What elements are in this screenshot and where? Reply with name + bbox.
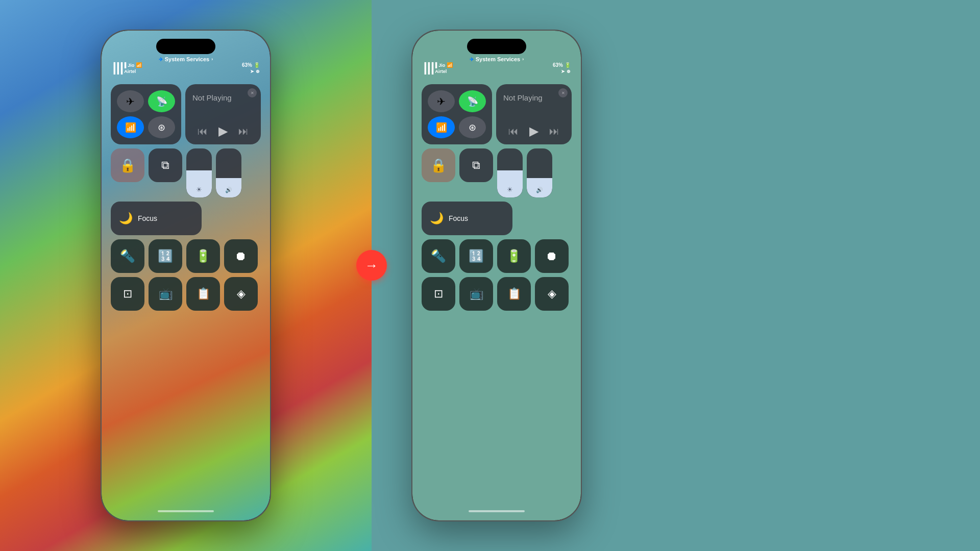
carrier1-right: Jio (438, 63, 445, 68)
wifi-btn-right[interactable]: 📶 (428, 116, 455, 138)
prev-btn-left[interactable]: ⏮ (198, 126, 208, 137)
battery-saver-btn-left[interactable]: 🔋 (186, 239, 220, 273)
control-center-left: ✈ 📡 📶 ⊛ ✕ Not Playing ⏮ ▶ ⏭ (111, 84, 261, 311)
moon-icon-left: 🌙 (119, 212, 133, 225)
screen-record-btn-right[interactable]: ⏺ (535, 239, 569, 273)
play-btn-left[interactable]: ▶ (218, 124, 228, 138)
signal-bars-r2: ▐▐▐ (423, 68, 433, 74)
bluetooth-btn-left[interactable]: ⊛ (148, 116, 175, 138)
carrier2-left: Airtel (124, 69, 136, 74)
not-playing-right: Not Playing (503, 93, 565, 102)
status-bar-right: ▐▐▐▐ Jio 📶 63% 🔋 ▐▐▐ Airtel ➤ ⊕ (423, 62, 571, 74)
connectivity-block-left: ✈ 📡 📶 ⊛ (111, 84, 181, 144)
chevron-right-icon-left: › (211, 57, 213, 62)
notes-btn-left[interactable]: 📋 (186, 277, 220, 311)
system-services-label-right: System Services (476, 56, 520, 62)
control-center-right: ✈ 📡 📶 ⊛ ✕ Not Playing ⏮ ▶ ⏭ (422, 84, 572, 311)
icon-row2-right: ⊡ 📺 📋 ◈ (422, 277, 572, 311)
location-status-right: ➤ ⊕ (561, 69, 571, 74)
carrier1-left: Jio (128, 63, 134, 68)
battery-pct-left: 63% (242, 62, 252, 68)
dynamic-island-right (467, 39, 526, 54)
prev-btn-right[interactable]: ⏮ (508, 126, 519, 137)
chevron-right-icon-right: › (522, 57, 524, 62)
focus-btn-left[interactable]: 🌙 Focus (111, 202, 202, 235)
screen-record-btn-left[interactable]: ⏺ (224, 239, 258, 273)
icon-row2-left: ⊡ 📺 📋 ◈ (111, 277, 261, 311)
media-block-right: ✕ Not Playing ⏮ ▶ ⏭ (496, 84, 572, 144)
flashlight-btn-left[interactable]: 🔦 (111, 239, 144, 273)
media-controls-right: ⏮ ▶ ⏭ (503, 124, 565, 138)
next-btn-right[interactable]: ⏭ (549, 126, 559, 137)
notes-btn-right[interactable]: 📋 (497, 277, 531, 311)
transform-arrow: → (356, 250, 387, 281)
status-bar-left: ▐▐▐▐ Jio 📶 63% 🔋 ▐▐▐ Airtel ➤ ⊕ (112, 62, 260, 74)
location-status-left: ➤ ⊕ (250, 69, 260, 74)
brightness-slider-right[interactable]: ☀ (497, 148, 523, 197)
scan-btn-right[interactable]: ⊡ (422, 277, 455, 311)
wifi-icon-right: 📶 (447, 62, 453, 68)
icon-row1-right: 🔦 🔢 🔋 ⏺ (422, 239, 572, 273)
flashlight-btn-right[interactable]: 🔦 (422, 239, 455, 273)
right-panel: ✈ System Services › ▐▐▐▐ Jio 📶 63% 🔋 ▐▐▐ (372, 0, 980, 551)
battery-icon-left: 🔋 (254, 62, 260, 68)
bluetooth-btn-right[interactable]: ⊛ (459, 116, 486, 138)
location-icon-right: ✈ (470, 57, 474, 62)
not-playing-left: Not Playing (192, 93, 254, 102)
screen-mirror-btn-left[interactable]: ⧉ (149, 148, 182, 182)
calculator-btn-right[interactable]: 🔢 (459, 239, 493, 273)
system-services-left[interactable]: ✈ System Services › (159, 56, 213, 62)
moon-icon-right: 🌙 (430, 212, 444, 225)
next-btn-left[interactable]: ⏭ (238, 126, 249, 137)
battery-saver-btn-right[interactable]: 🔋 (497, 239, 531, 273)
remote-btn-left[interactable]: 📺 (149, 277, 182, 311)
signal-bars-1: ▐▐▐▐ (112, 62, 126, 68)
media-close-right[interactable]: ✕ (558, 88, 568, 97)
battery-icon-right: 🔋 (565, 62, 571, 68)
focus-label-left: Focus (138, 214, 157, 222)
battery-pct-right: 63% (553, 62, 563, 68)
media-close-left[interactable]: ✕ (248, 88, 257, 97)
connectivity-block-right: ✈ 📡 📶 ⊛ (422, 84, 492, 144)
signal-bars-2: ▐▐▐ (112, 68, 122, 74)
scan-btn-left[interactable]: ⊡ (111, 277, 144, 311)
airplane-btn-left[interactable]: ✈ (117, 90, 144, 112)
media-controls-left: ⏮ ▶ ⏭ (192, 124, 254, 138)
lock-rotation-btn-right[interactable]: 🔒 (422, 148, 455, 182)
cellular-btn-left[interactable]: 📡 (148, 90, 175, 112)
location-icon-left: ✈ (159, 57, 163, 62)
media-block-left: ✕ Not Playing ⏮ ▶ ⏭ (185, 84, 261, 144)
carrier2-right: Airtel (435, 69, 447, 74)
brightness-slider-left[interactable]: ☀ (186, 148, 212, 197)
volume-slider-left[interactable]: 🔊 (216, 148, 241, 197)
phone-left: ✈ System Services › ▐▐▐▐ Jio 📶 63% 🔋 ▐▐▐ (102, 31, 270, 520)
screen-mirror-btn-right[interactable]: ⧉ (459, 148, 493, 182)
shazam-btn-left[interactable]: ◈ (224, 277, 258, 311)
icon-row1-left: 🔦 🔢 🔋 ⏺ (111, 239, 261, 273)
phone-right: ✈ System Services › ▐▐▐▐ Jio 📶 63% 🔋 ▐▐▐ (412, 31, 581, 520)
signal-bars-r1: ▐▐▐▐ (423, 62, 437, 68)
system-services-right[interactable]: ✈ System Services › (470, 56, 524, 62)
focus-btn-right[interactable]: 🌙 Focus (422, 202, 512, 235)
calculator-btn-left[interactable]: 🔢 (149, 239, 182, 273)
dynamic-island-left (156, 39, 215, 54)
left-panel: ✈ System Services › ▐▐▐▐ Jio 📶 63% 🔋 ▐▐▐ (0, 0, 372, 551)
shazam-btn-right[interactable]: ◈ (535, 277, 569, 311)
wifi-icon-left: 📶 (136, 62, 142, 68)
arrow-symbol: → (365, 259, 378, 272)
play-btn-right[interactable]: ▶ (529, 124, 538, 138)
volume-slider-right[interactable]: 🔊 (527, 148, 552, 197)
home-indicator-left (158, 510, 214, 512)
wifi-btn-left[interactable]: 📶 (117, 116, 144, 138)
airplane-btn-right[interactable]: ✈ (428, 90, 455, 112)
focus-label-right: Focus (449, 214, 468, 222)
remote-btn-right[interactable]: 📺 (459, 277, 493, 311)
home-indicator-right (469, 510, 525, 512)
system-services-label-left: System Services (165, 56, 209, 62)
cellular-btn-right[interactable]: 📡 (459, 90, 486, 112)
lock-rotation-btn-left[interactable]: 🔒 (111, 148, 144, 182)
